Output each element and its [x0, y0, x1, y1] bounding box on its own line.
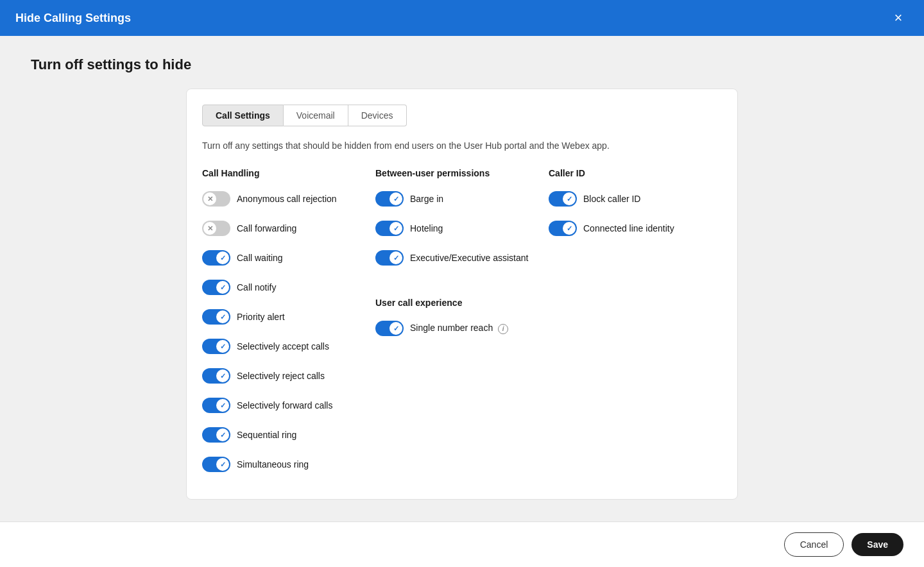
checkmark-icon: ✓ [393, 325, 399, 333]
settings-description: Turn off any settings that should be hid… [202, 139, 722, 153]
save-button[interactable]: Save [851, 533, 903, 556]
caller-id-header: Caller ID [549, 168, 709, 178]
tab-bar: Call Settings Voicemail Devices [202, 105, 722, 126]
setting-simultaneous-ring: ✓ Simultaneous ring [202, 454, 363, 475]
toggle-selectively-reject[interactable]: ✓ [202, 368, 230, 384]
checkmark-icon: ✓ [220, 431, 226, 439]
hoteling-label: Hoteling [410, 223, 443, 233]
barge-in-label: Barge in [410, 194, 443, 204]
toggle-anonymous-call-rejection[interactable]: ✕ [202, 191, 230, 207]
simultaneous-ring-label: Simultaneous ring [237, 459, 309, 470]
checkmark-icon: ✓ [220, 372, 226, 380]
checkmark-icon: ✓ [220, 461, 226, 469]
checkmark-icon: ✓ [220, 284, 226, 292]
selectively-accept-label: Selectively accept calls [237, 341, 329, 351]
setting-connected-line-identity: ✓ Connected line identity [549, 218, 709, 239]
connected-line-identity-label: Connected line identity [583, 223, 674, 233]
setting-hoteling: ✓ Hoteling [375, 218, 536, 239]
toggle-simultaneous-ring[interactable]: ✓ [202, 457, 230, 472]
checkmark-icon: ✓ [393, 224, 399, 233]
setting-sequential-ring: ✓ Sequential ring [202, 425, 363, 445]
setting-block-caller-id: ✓ Block caller ID [549, 189, 709, 209]
dialog-header: Hide Calling Settings × [0, 0, 924, 36]
setting-call-notify: ✓ Call notify [202, 277, 363, 298]
dialog-title: Hide Calling Settings [15, 12, 131, 25]
call-notify-label: Call notify [237, 282, 276, 292]
setting-priority-alert: ✓ Priority alert [202, 307, 363, 327]
block-caller-id-label: Block caller ID [583, 194, 640, 204]
setting-selectively-forward: ✓ Selectively forward calls [202, 395, 363, 416]
caller-id-column: Caller ID ✓ Block caller ID [549, 168, 722, 484]
setting-executive-assistant: ✓ Executive/Executive assistant [375, 248, 536, 268]
toggle-call-forwarding[interactable]: ✕ [202, 221, 230, 236]
toggle-call-notify[interactable]: ✓ [202, 280, 230, 295]
toggle-block-caller-id[interactable]: ✓ [549, 191, 577, 207]
toggle-barge-in[interactable]: ✓ [375, 191, 404, 207]
info-icon: i [498, 324, 508, 334]
toggle-executive-assistant[interactable]: ✓ [375, 250, 404, 266]
tab-voicemail[interactable]: Voicemail [284, 105, 348, 126]
toggle-single-number-reach[interactable]: ✓ [375, 321, 404, 336]
page-title: Turn off settings to hide [31, 56, 893, 73]
toggle-call-waiting[interactable]: ✓ [202, 250, 230, 266]
selectively-reject-label: Selectively reject calls [237, 371, 325, 381]
checkmark-icon: ✓ [393, 195, 399, 203]
settings-card: Call Settings Voicemail Devices Turn off… [186, 89, 738, 500]
close-button[interactable]: × [888, 8, 909, 28]
toggle-selectively-accept[interactable]: ✓ [202, 339, 230, 354]
setting-barge-in: ✓ Barge in [375, 189, 536, 209]
call-handling-column: Call Handling ✕ Anonymous call rejection [202, 168, 375, 484]
cancel-button[interactable]: Cancel [784, 532, 844, 557]
call-handling-header: Call Handling [202, 168, 363, 178]
checkmark-icon: ✓ [567, 195, 572, 203]
dialog-footer: Cancel Save [0, 521, 924, 567]
priority-alert-label: Priority alert [237, 312, 285, 322]
setting-selectively-accept: ✓ Selectively accept calls [202, 336, 363, 357]
checkmark-icon: ✓ [220, 254, 226, 262]
setting-call-forwarding: ✕ Call forwarding [202, 218, 363, 239]
single-number-reach-label: Single number reach i [410, 323, 508, 334]
toggle-hoteling[interactable]: ✓ [375, 221, 404, 236]
setting-selectively-reject: ✓ Selectively reject calls [202, 366, 363, 386]
checkmark-icon: ✓ [393, 254, 399, 262]
toggle-connected-line-identity[interactable]: ✓ [549, 221, 577, 236]
xmark-icon: ✕ [207, 195, 213, 203]
settings-grid: Call Handling ✕ Anonymous call rejection [202, 168, 722, 484]
tab-devices[interactable]: Devices [348, 105, 407, 126]
main-content: Turn off settings to hide Call Settings … [0, 36, 924, 521]
executive-assistant-label: Executive/Executive assistant [410, 253, 528, 263]
checkmark-icon: ✓ [220, 343, 226, 351]
between-user-header: Between-user permissions [375, 168, 536, 178]
between-user-column: Between-user permissions ✓ Barge in [375, 168, 549, 484]
call-forwarding-label: Call forwarding [237, 223, 296, 233]
sequential-ring-label: Sequential ring [237, 430, 296, 440]
tab-call-settings[interactable]: Call Settings [202, 105, 284, 126]
setting-single-number-reach: ✓ Single number reach i [375, 318, 536, 339]
anonymous-call-rejection-label: Anonymous call rejection [237, 194, 337, 204]
toggle-sequential-ring[interactable]: ✓ [202, 427, 230, 443]
user-call-experience-header: User call experience [375, 298, 536, 308]
toggle-selectively-forward[interactable]: ✓ [202, 398, 230, 413]
checkmark-icon: ✓ [220, 402, 226, 410]
call-waiting-label: Call waiting [237, 253, 283, 263]
checkmark-icon: ✓ [567, 224, 572, 233]
setting-call-waiting: ✓ Call waiting [202, 248, 363, 268]
xmark-icon: ✕ [207, 224, 213, 233]
checkmark-icon: ✓ [220, 313, 226, 321]
setting-anonymous-call-rejection: ✕ Anonymous call rejection [202, 189, 363, 209]
selectively-forward-label: Selectively forward calls [237, 400, 332, 410]
toggle-priority-alert[interactable]: ✓ [202, 309, 230, 325]
